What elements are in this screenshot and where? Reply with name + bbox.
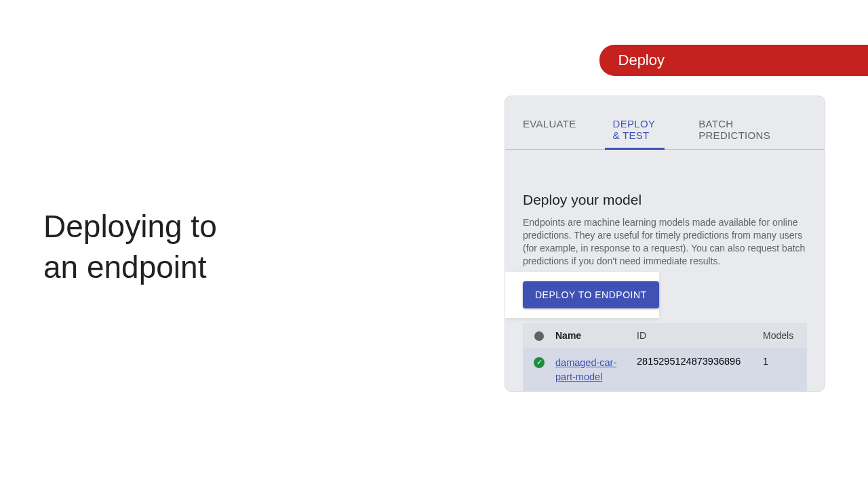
status-dot-icon: [534, 331, 544, 341]
slide-title-line-2: an endpoint: [43, 247, 217, 288]
tab-label: DEPLOY & TEST: [613, 118, 655, 141]
slide-title: Deploying to an endpoint: [43, 207, 217, 288]
button-highlight-wrapper: DEPLOY TO ENDPOINT: [505, 272, 659, 318]
name-header: Name: [555, 330, 637, 341]
tab-bar: EVALUATE DEPLOY & TEST BATCH PREDICTIONS: [505, 108, 825, 150]
deploy-phase-label: Deploy: [618, 52, 665, 68]
tab-label: BATCH PREDICTIONS: [698, 118, 770, 141]
table-header: Name ID Models: [523, 323, 807, 348]
status-header: [523, 330, 555, 341]
status-cell: ✓: [523, 356, 555, 368]
deploy-panel: EVALUATE DEPLOY & TEST BATCH PREDICTIONS…: [505, 96, 825, 392]
tab-batch-predictions[interactable]: BATCH PREDICTIONS: [698, 108, 783, 149]
section-description: Endpoints are machine learning models ma…: [505, 208, 825, 268]
deploy-phase-pill: Deploy: [599, 45, 868, 76]
table-row: ✓ damaged-car-part-model 281529512487393…: [523, 348, 807, 392]
section-title: Deploy your model: [505, 170, 825, 208]
tab-deploy-test[interactable]: DEPLOY & TEST: [613, 108, 675, 149]
deploy-to-endpoint-button[interactable]: DEPLOY TO ENDPOINT: [523, 281, 659, 308]
id-cell: 2815295124873936896: [637, 356, 763, 367]
success-check-icon: ✓: [534, 357, 545, 368]
models-header: Models: [763, 330, 804, 341]
slide-title-line-1: Deploying to: [43, 207, 217, 247]
endpoint-name-link[interactable]: damaged-car-part-model: [555, 357, 616, 383]
tab-evaluate[interactable]: EVALUATE: [523, 108, 589, 149]
tab-label: EVALUATE: [523, 118, 576, 129]
name-cell: damaged-car-part-model: [555, 356, 637, 386]
models-cell: 1: [763, 356, 804, 367]
id-header: ID: [637, 330, 763, 341]
endpoints-table: Name ID Models ✓ damaged-car-part-model …: [505, 323, 825, 392]
